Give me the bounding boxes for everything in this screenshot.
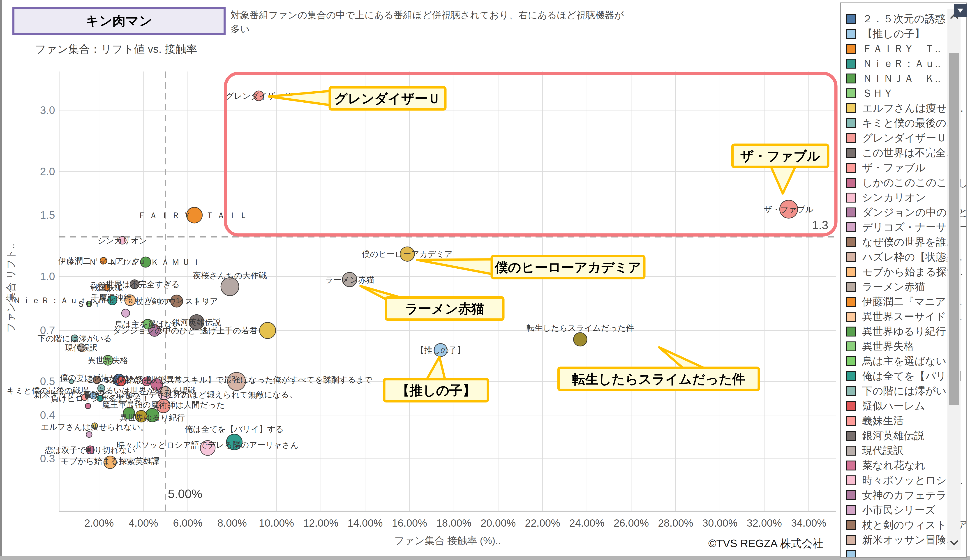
legend-item[interactable]: 【推しの子】 [847,27,937,41]
bubble-label: 僕の妻は感情がない [60,373,134,382]
legend-item[interactable]: ＮｉｅＲ：Ａｕ.. [847,56,937,71]
legend-color-swatch [847,282,856,292]
legend-item-label: グレンダイザーＵ [862,131,947,145]
sort-caret-icon [957,8,963,13]
bubble-label: ザ・ファブル [764,205,813,214]
legend-item[interactable]: 新米オッサン冒険.. [847,532,937,547]
legend-item[interactable]: 小市民シリーズ [847,503,937,518]
bubble[interactable] [221,278,239,296]
legend-panel: ２．５次元の誘惑 【推しの子】 ＦＡＩＲＹ Ｔ.. ＮｉｅＲ：Ａｕ.. ＮＩＮＪ… [840,2,967,558]
legend-item[interactable]: モブから始まる探索.. [847,265,937,280]
bubble-label: 僕のヒーローアカデミア [362,250,453,259]
bubble[interactable] [259,322,276,338]
bubble-label: 【推しの子】 [416,345,465,355]
legend-item-label: 義妹生活 [862,414,904,428]
legend-item-label: 烏は主を選ばない [862,354,946,368]
legend-item[interactable]: ラーメン赤猫 [847,280,937,294]
bubble-label: ＦＡＩＲＹ ＴＡＩＬ [138,211,251,220]
y-tick-label: 2.0 [40,165,55,177]
y-tick-label: 3.0 [40,104,55,116]
legend-item[interactable]: 時々ボソッとロシア.. [847,473,937,488]
legend-item-label: 菜なれ花なれ [862,458,925,472]
legend-item[interactable]: ザ・ファブル [847,160,937,175]
legend-item[interactable]: 烏は主を選ばない [847,354,937,369]
legend-item[interactable]: 銀河英雄伝説 [847,428,937,443]
legend-color-swatch [847,207,856,217]
legend-item[interactable]: ＳＨＹ [847,86,937,101]
legend-item-label: ザ・ファブル [862,161,925,175]
legend-item[interactable]: 義妹生活 [847,413,937,428]
legend-color-swatch [847,133,856,143]
legend-item[interactable]: … [847,547,937,558]
legend-item[interactable]: この世界は不完全.. [847,145,937,160]
bubble[interactable] [122,309,130,317]
legend-item-label: この世界は不完全.. [862,146,952,160]
legend-item[interactable]: ＦＡＩＲＹ Ｔ.. [847,41,937,56]
bubble-label: 恋は双子で割り切れない [45,445,135,455]
legend-item-label: 下の階には澪がいる [862,384,957,398]
callout-label: ザ・ファブル [740,148,820,163]
legend-color-swatch [847,550,856,558]
legend-color-swatch [847,58,856,68]
y-tick-label: 1.5 [40,209,55,221]
legend-item[interactable]: エルフさんは痩せら.. [847,101,937,116]
legend-item-label: 異世界ゆるり紀行 [862,325,946,338]
legend-item[interactable]: 異世界ゆるり紀行 [847,324,937,339]
legend-item[interactable]: ＮＩＮＪＡ Ｋ.. [847,71,937,86]
legend-sort-icon[interactable] [954,4,967,17]
legend-item[interactable]: 菜なれ花なれ [847,458,937,473]
legend-item[interactable]: なぜ僕の世界を誰.. [847,235,937,250]
x-tick-label: 22.00% [525,517,560,529]
x-tick-label: 20.00% [480,517,516,529]
x-tick-label: 18.00% [436,517,472,529]
x-tick-label: 26.00% [613,517,649,529]
legend-color-swatch [847,446,856,456]
program-title-box[interactable]: キン肉マン [12,7,226,35]
legend-color-swatch [847,297,856,307]
legend-item[interactable]: ハズレ枠の【状態異.. [847,250,937,265]
legend-color-swatch [847,475,856,485]
x-tick-label: 8.00% [217,517,247,529]
legend-item[interactable]: 疑似ハーレム [847,398,937,413]
legend-color-swatch [847,342,856,352]
legend-item-label: ＦＡＩＲＹ Ｔ.. [862,42,941,56]
bubble[interactable] [573,333,587,346]
callout-label: 【推しの子】 [397,383,476,398]
legend-item[interactable]: 伊藤潤二『マニアッ.. [847,294,937,309]
legend-item[interactable]: シンカリオン [847,190,937,205]
x-tick-label: 12.00% [303,517,338,529]
legend-item[interactable]: 現代誤訳 [847,443,937,458]
legend-color-swatch [847,356,856,366]
legend-item[interactable]: 女神のカフェテラス [847,488,937,503]
legend-color-swatch [847,327,856,337]
legend-item-label: 現代誤訳 [862,443,904,458]
bubble[interactable] [85,403,91,409]
bubble-label: 転生したらスライムだった件 [527,323,634,332]
legend-scrollbar-thumb[interactable] [949,53,959,405]
bubble-label: 現代誤訳 [65,343,97,352]
legend-item[interactable]: グレンダイザーＵ [847,131,937,145]
legend-item[interactable]: しかのこのこのここし.. [847,175,937,190]
legend-item[interactable]: キミと僕の最後の.. [847,116,937,131]
x-tick-label: 6.00% [173,517,202,529]
legend-color-swatch [847,401,856,411]
bubble-label: 銀河英雄伝説 [172,318,221,327]
callout-tail [770,164,797,193]
legend-item-label: シンカリオン [862,190,926,205]
legend-item[interactable]: ２．５次元の誘惑 [847,12,937,27]
legend-color-swatch [847,371,856,381]
legend-item[interactable]: ダンジョンの中のひと [847,205,937,220]
legend-item[interactable]: 異世界スーサイド・.. [847,309,937,324]
legend-scrollbar[interactable] [947,9,960,550]
bubble-label: 烏は主を選ばない [115,320,181,329]
bubble-label: 逃げ上手の若君 [200,326,257,335]
legend-item[interactable]: 下の階には澪がいる [847,383,937,398]
scroll-down-icon[interactable] [950,537,958,545]
legend-item[interactable]: 杖と剣のウィストリア [847,518,937,532]
legend-item[interactable]: 俺は全てを【パリイ】.. [847,369,937,383]
legend-item[interactable]: 異世界失格 [847,339,937,354]
legend-item[interactable]: デリコズ・ナーサリー [847,220,937,235]
bubble[interactable] [86,432,92,438]
legend-item-label: キミと僕の最後の.. [862,116,952,130]
legend-color-swatch [847,431,856,441]
